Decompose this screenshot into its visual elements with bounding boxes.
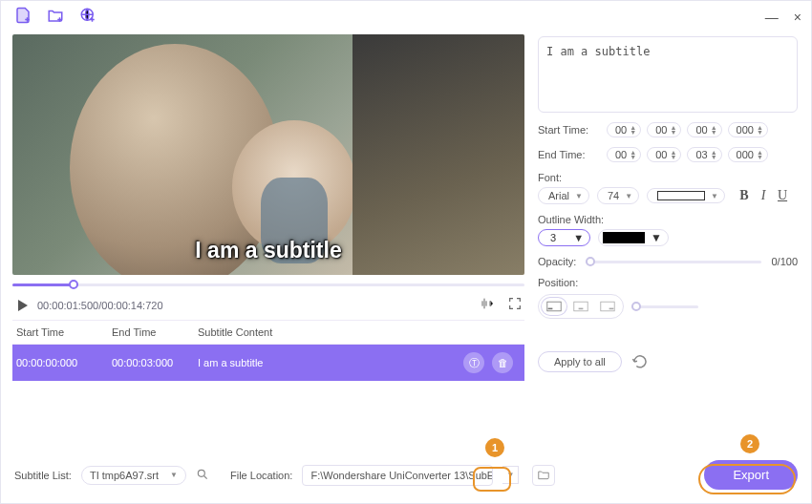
search-icon[interactable] [196,468,209,483]
row-translate-icon[interactable]: Ⓣ [463,352,484,373]
position-right[interactable] [595,298,620,315]
row-end: 00:00:03:000 [112,357,198,368]
subtitle-list-label: Subtitle List: [14,470,72,481]
highlight-badge-2: 2 [740,434,759,453]
video-preview[interactable]: I am a subtitle [12,34,524,275]
opacity-label: Opacity: [538,256,576,267]
row-start: 00:00:00:000 [16,357,112,368]
bold-button[interactable]: B [737,188,752,203]
highlight-badge-1: 1 [485,438,504,457]
font-color-select[interactable]: ▼ [647,188,725,203]
apply-to-all-button[interactable]: Apply to all [538,351,622,372]
add-file-icon[interactable] [14,7,32,27]
position-slider[interactable] [631,305,698,308]
video-timeline[interactable] [12,281,524,290]
svg-rect-4 [579,308,584,310]
underline-button[interactable]: U [775,188,790,203]
col-start-time: Start Time [16,326,112,338]
start-time-label: Start Time: [538,124,601,136]
italic-button[interactable]: I [756,188,771,203]
minimize-button[interactable]: — [765,10,779,25]
outline-width-label: Outline Width: [538,214,798,225]
subtitle-row[interactable]: 00:00:00:000 00:00:03:000 I am a subtitl… [12,345,524,381]
footer-bar: Subtitle List: TI tmp6A97.srt▼ File Loca… [1,451,811,503]
font-size-select[interactable]: 74▼ [597,187,639,204]
opacity-value: 0/100 [771,256,798,267]
start-ss[interactable]: 00▲▼ [687,122,721,137]
highlight-box-2 [698,464,796,494]
file-location-path[interactable]: F:\Wondershare UniConverter 13\SubEdi [302,465,493,486]
highlight-box-1 [473,467,511,492]
position-buttons [538,294,624,319]
row-content: I am a subtitle [198,357,463,368]
end-ss[interactable]: 03▲▼ [687,147,721,162]
row-delete-icon[interactable]: 🗑 [492,352,513,373]
position-center[interactable] [568,298,593,315]
subtitle-grid-header: Start Time End Time Subtitle Content [12,320,524,345]
end-mm[interactable]: 00▲▼ [647,147,681,162]
position-left[interactable] [542,298,566,315]
waveform-icon[interactable] [479,296,494,314]
fullscreen-icon[interactable] [507,296,523,314]
start-ms[interactable]: 000▲▼ [728,122,768,137]
end-ms[interactable]: 000▲▼ [728,147,768,162]
svg-rect-5 [601,302,614,311]
opacity-slider[interactable] [586,261,761,263]
title-bar: — × [1,1,811,29]
subtitle-overlay: I am a subtitle [195,238,341,263]
font-family-select[interactable]: Arial▼ [538,187,589,204]
subtitle-text-input[interactable] [538,36,798,113]
play-button[interactable] [18,300,28,311]
subtitle-file-select[interactable]: TI tmp6A97.srt▼ [81,466,186,485]
svg-rect-6 [609,308,614,310]
start-mm[interactable]: 00▲▼ [647,122,681,137]
svg-rect-3 [574,302,588,311]
font-label: Font: [538,172,798,183]
outline-color-select[interactable]: ▼ [598,229,669,246]
playback-time: 00:00:01:500/00:00:14:720 [37,300,163,311]
file-location-label: File Location: [230,470,292,481]
outline-width-select[interactable]: 3▼ [538,229,590,246]
col-end-time: End Time [112,326,198,338]
col-subtitle-content: Subtitle Content [198,326,521,338]
reset-icon[interactable] [631,353,649,370]
end-time-label: End Time: [538,149,601,160]
start-hh[interactable]: 00▲▼ [607,122,641,137]
close-button[interactable]: × [794,10,801,25]
add-web-icon[interactable] [79,7,96,27]
end-hh[interactable]: 00▲▼ [607,147,641,162]
svg-rect-1 [547,302,561,311]
svg-rect-2 [548,308,553,310]
add-folder-icon[interactable] [47,7,64,27]
position-label: Position: [538,277,798,288]
open-folder-icon[interactable] [532,465,555,486]
svg-point-7 [198,470,204,476]
